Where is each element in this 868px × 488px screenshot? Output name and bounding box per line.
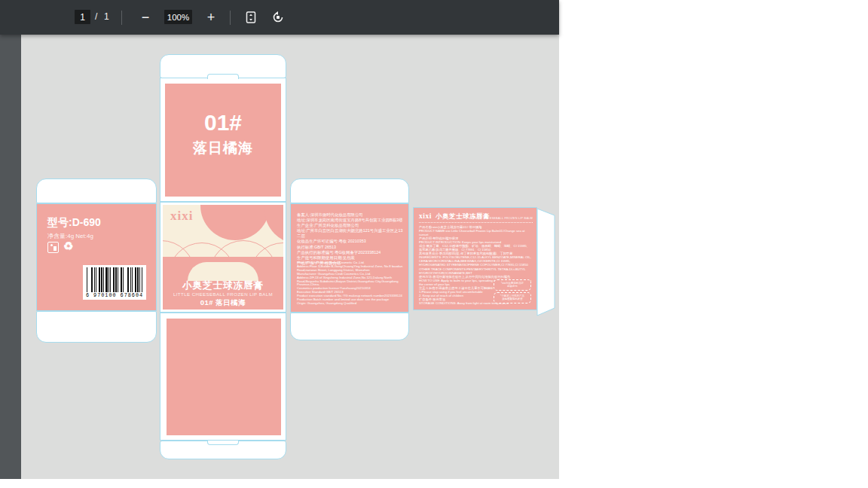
trademark-badge-2: *小奥芝士球系列产品 颜色图案随机发货 — [494, 292, 531, 303]
barcode-digits: 6 970100 678604 — [83, 292, 146, 298]
model-number: 型号:D-690 — [47, 216, 101, 230]
fit-to-page-icon — [244, 11, 258, 24]
page-total: 1 — [104, 11, 109, 22]
legal-text-cn: 备案人:深圳市微时代化妆品有限公司 地址:深圳市龙岗区南湾街道宝丹路8号共创富工… — [297, 212, 404, 266]
zoom-in-button[interactable]: + — [202, 8, 220, 26]
zoom-out-button[interactable]: − — [136, 8, 154, 26]
dieline-dust-flap — [290, 313, 409, 340]
zoom-level-input[interactable]: 100% — [164, 10, 192, 24]
shade-number: 01# — [204, 111, 242, 134]
zoom-level-value: 100% — [167, 13, 189, 22]
product-shade: 01# 落日橘海 — [163, 298, 283, 308]
dieline-notch — [207, 441, 239, 445]
desktop: 01# 落日橘海 xixi 小奥芝士球冻唇膏 LITTLE CH — [0, 0, 868, 488]
recycle-icon: ♻ — [63, 239, 73, 253]
fit-to-page-button[interactable] — [242, 8, 260, 26]
pdf-page-canvas[interactable]: 01# 落日橘海 xixi 小奥芝士球冻唇膏 LITTLE CH — [21, 35, 559, 479]
toolbar-separator — [121, 11, 122, 25]
product-name-cn: 小奥芝士球冻唇膏 — [163, 279, 283, 292]
panel-lid: 01# 落日橘海 — [160, 78, 286, 202]
pdf-viewer-window: 01# 落日橘海 xixi 小奥芝士球冻唇膏 LITTLE CH — [0, 0, 559, 479]
info-title-en: LITTLE CHEESEBALL FROZEN LIP BALM — [472, 216, 533, 220]
dieline-dust-flap — [36, 178, 157, 203]
trademark-badges: *xixi为注册商标品牌 抄袭必究 *小奥芝士球系列产品 颜色图案随机发货 — [494, 279, 531, 305]
bottom-artwork — [167, 319, 281, 435]
trademark-badge-1: *xixi为注册商标品牌 抄袭必究 — [494, 279, 531, 291]
page-number-input[interactable]: 1 — [75, 10, 90, 24]
glue-flap — [536, 206, 558, 319]
zoom-in-icon: + — [207, 10, 215, 26]
brand-logo: xixi — [170, 209, 193, 224]
info-header: xixi 小奥芝士球冻唇膏 LITTLE CHEESEBALL FROZEN L… — [419, 211, 533, 223]
pdf-toolbar: 1 / 1 − 100% + — [0, 0, 559, 35]
legal-text-en: Filer: Shenzhen Micro Times Cosmetic Co.… — [297, 261, 405, 306]
panel-legal: 备案人:深圳市微时代化妆品有限公司 地址:深圳市龙岗区南湾街道宝丹路8号共创富工… — [290, 203, 409, 313]
tidy-man-icon — [47, 242, 59, 253]
panel-front: xixi 小奥芝士球冻唇膏 LITTLE CHEESEBALL FROZEN L… — [160, 202, 286, 313]
brand-logo: xixi — [419, 212, 432, 220]
balm-dome-shape — [188, 262, 258, 281]
dieline-dust-flap — [36, 311, 157, 343]
cheeseball-filled — [264, 205, 283, 244]
shade-name: 落日橘海 — [193, 139, 253, 158]
barcode-bars — [87, 267, 142, 292]
dieline-dust-flap — [290, 178, 409, 203]
barcode: 6 970100 678604 — [83, 265, 146, 300]
page-number-value: 1 — [80, 12, 85, 23]
panel-info: xixi 小奥芝士球冻唇膏 LITTLE CHEESEBALL FROZEN L… — [413, 207, 537, 310]
toolbar-separator — [230, 11, 231, 25]
lid-artwork: 01# 落日橘海 — [165, 84, 281, 197]
cheeseball-filled — [200, 205, 270, 240]
rotate-counterclockwise-icon — [271, 11, 285, 24]
front-artwork: xixi 小奥芝士球冻唇膏 LITTLE CHEESEBALL FROZEN L… — [163, 205, 283, 310]
panel-model: 型号:D-690 净含量:4g Net:4g ♻ 6 970100 678604 — [36, 203, 157, 311]
panel-bottom — [160, 313, 286, 441]
product-name-en: LITTLE CHEESEBALL FROZEN LIP BALM — [163, 291, 283, 297]
dieline-notch — [207, 74, 239, 79]
page-divider: / — [95, 11, 97, 22]
rotate-button[interactable] — [269, 8, 287, 26]
zoom-out-icon: − — [142, 10, 150, 26]
